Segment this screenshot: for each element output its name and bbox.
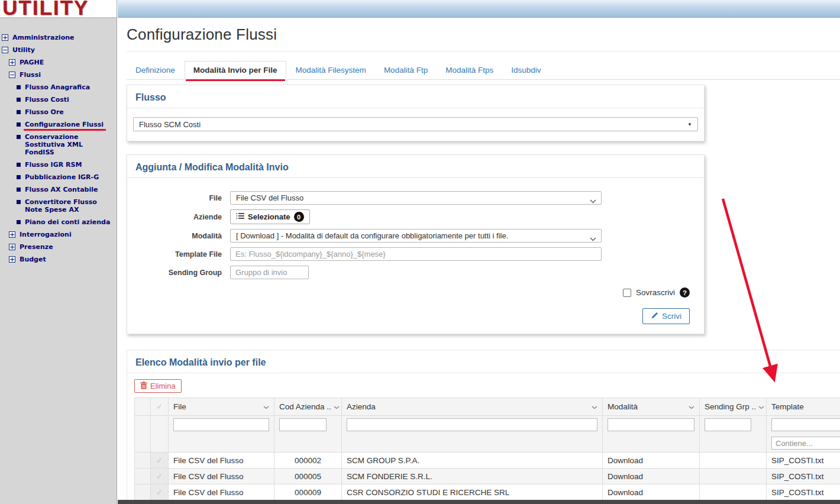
column-filter-input[interactable]: [279, 418, 327, 431]
table-row[interactable]: ✓File CSV del Flusso000005SCM FONDERIE S…: [135, 469, 840, 484]
sidebar-item-flusso-costi[interactable]: Flusso Costi: [0, 96, 117, 104]
sidebar-item-flusso-anagrafica[interactable]: Flusso Anagrafica: [0, 83, 117, 91]
sidebar-item-flusso-ore[interactable]: Flusso Ore: [0, 108, 117, 116]
filter-cell-file: [169, 416, 274, 453]
chevron-down-icon: [590, 196, 596, 205]
sidebar-item-label: Interrogazioni: [20, 231, 75, 238]
column-header-label: Modalità: [608, 402, 638, 411]
help-icon[interactable]: ?: [680, 287, 690, 298]
sidebar-item-pubblicazione-igr-g[interactable]: Pubblicazione IGR-G: [0, 173, 117, 181]
row-check-cell[interactable]: ✓: [151, 484, 169, 500]
cell-file: File CSV del Flusso: [169, 484, 274, 500]
sidebar-item-label: Flusso Anagrafica: [25, 83, 93, 91]
column-header-sending-grp[interactable]: Sending Grp ..: [700, 398, 767, 416]
horizontal-scrollbar[interactable]: [118, 500, 840, 504]
expand-plus-icon[interactable]: +: [9, 244, 15, 250]
file-row: File File CSV del Flusso: [134, 191, 690, 205]
bullet-square-icon: [17, 98, 21, 102]
sidebar-item-label: PAGHE: [20, 59, 47, 66]
sidebar-item-label: Pubblicazione IGR-G: [25, 173, 102, 181]
sidebar-item-conservazione-sostitutiva-xml-fondiss[interactable]: Conservazione Sostitutiva XML FondISS: [0, 133, 117, 156]
sidebar-item-piano-dei-conti-azienda[interactable]: Piano dei conti azienda: [0, 218, 117, 226]
tab-idsubdiv[interactable]: Idsubdiv: [503, 62, 549, 79]
sidebar-item-presenze[interactable]: +Presenze: [0, 243, 117, 251]
column-header-modalit[interactable]: Modalità: [603, 398, 700, 416]
cell-template: SIP_COSTI.txt: [767, 469, 840, 484]
column-header-label: Sending Grp ..: [705, 402, 756, 411]
collapse-minus-icon[interactable]: −: [9, 72, 15, 78]
column-filter-input[interactable]: [771, 418, 840, 431]
tab-modalit-ftp[interactable]: Modalità Ftp: [376, 62, 436, 79]
sidebar-item-amministrazione[interactable]: +Amministrazione: [0, 34, 117, 41]
sidebar-item-label: Convertitore Flusso Note Spese AX: [25, 198, 117, 214]
selezionate-count-badge: 0: [294, 212, 304, 222]
sidebar-item-flussi[interactable]: −Flussi: [0, 71, 117, 79]
flusso-select[interactable]: Flusso SCM Costi ▼: [133, 117, 698, 131]
contiene-filter-input[interactable]: [771, 437, 840, 450]
expand-plus-icon[interactable]: +: [2, 34, 8, 41]
sending-group-row: Sending Group: [134, 266, 690, 279]
expand-plus-icon[interactable]: +: [9, 256, 15, 263]
modalita-invio-form-panel: Aggiunta / Modifica Modalità Invio File …: [127, 154, 705, 334]
sidebar-item-label: Flusso Costi: [25, 96, 73, 104]
filter-cell-azienda: [342, 416, 603, 453]
sidebar-item-paghe[interactable]: +PAGHE: [0, 59, 117, 66]
template-file-input[interactable]: [230, 247, 602, 261]
cell-cod: 000009: [274, 484, 342, 500]
tab-modalit-invio-per-file[interactable]: Modalità Invio per File: [185, 61, 286, 80]
sidebar-item-label: Budget: [20, 256, 50, 263]
column-filter-input[interactable]: [608, 418, 694, 431]
sort-chevron-icon[interactable]: [686, 402, 694, 411]
sort-chevron-icon[interactable]: [756, 402, 764, 411]
cell-modalita: Download: [603, 469, 700, 484]
sort-chevron-icon[interactable]: [261, 402, 269, 411]
sidebar-item-interrogazioni[interactable]: +Interrogazioni: [0, 231, 117, 238]
table-row[interactable]: ✓File CSV del Flusso000009CSR CONSORZIO …: [135, 484, 840, 500]
sending-group-input[interactable]: [230, 266, 309, 279]
elimina-button[interactable]: Elimina: [134, 379, 182, 393]
sidebar-item-configurazione-flussi[interactable]: Configurazione Flussi: [0, 121, 117, 128]
sort-chevron-icon[interactable]: [331, 402, 340, 411]
sovrascrivi-label: Sovrascrivi: [636, 288, 675, 297]
sidebar-item-budget[interactable]: +Budget: [0, 256, 117, 263]
scrivi-button[interactable]: Scrivi: [642, 308, 690, 324]
row-check-cell[interactable]: ✓: [151, 453, 169, 469]
sidebar-item-flusso-igr-rsm[interactable]: Flusso IGR RSM: [0, 161, 117, 169]
sidebar-item-flusso-ax-contabile[interactable]: Flusso AX Contabile: [0, 186, 117, 193]
dropdown-arrow-icon: ▼: [687, 122, 692, 127]
filter-spacer: [151, 416, 169, 453]
bullet-square-icon: [17, 163, 21, 167]
column-filter-input[interactable]: [347, 418, 597, 431]
collapse-minus-icon[interactable]: −: [2, 47, 8, 53]
tab-modalit-filesystem[interactable]: Modalità Filesystem: [287, 62, 374, 79]
column-header-file[interactable]: File: [169, 398, 274, 416]
cell-modalita: Download: [603, 484, 700, 500]
column-header-azienda[interactable]: Azienda: [342, 398, 603, 416]
column-header-template[interactable]: Template: [767, 398, 840, 416]
column-filter-input[interactable]: [173, 418, 269, 431]
column-header-cod-azienda[interactable]: Cod Azienda ..: [274, 398, 342, 416]
modalita-label: Modalità: [134, 232, 222, 240]
expand-plus-icon[interactable]: +: [9, 231, 15, 238]
file-select[interactable]: File CSV del Flusso: [230, 191, 602, 205]
modalita-select[interactable]: [ Download ] - Modalità di default da co…: [230, 229, 602, 243]
row-check-cell[interactable]: ✓: [151, 469, 169, 484]
tab-bar: DefinizioneModalità Invio per FileModali…: [127, 61, 840, 80]
table-row[interactable]: ✓File CSV del Flusso000002SCM GROUP S.P.…: [135, 453, 840, 469]
filter-cell-modalit: [603, 416, 700, 453]
sidebar-item-convertitore-flusso-note-spese-ax[interactable]: Convertitore Flusso Note Spese AX: [0, 198, 117, 214]
sort-chevron-icon[interactable]: [589, 402, 597, 411]
filter-cell-template: [767, 416, 840, 453]
tab-modalit-ftps[interactable]: Modalità Ftps: [437, 62, 502, 79]
sovrascrivi-checkbox[interactable]: [623, 289, 631, 297]
elimina-button-label: Elimina: [150, 382, 176, 390]
tab-definizione[interactable]: Definizione: [127, 62, 183, 79]
expand-plus-icon[interactable]: +: [9, 59, 15, 66]
nav-tree: +Amministrazione−Utility+PAGHE−FlussiFlu…: [0, 18, 117, 263]
scrivi-button-label: Scrivi: [662, 312, 681, 321]
cell-sending-grp: [700, 453, 767, 469]
app-window: UTILITY +Amministrazione−Utility+PAGHE−F…: [0, 0, 840, 504]
selezionate-button[interactable]: Selezionate 0: [230, 209, 310, 224]
sidebar-item-utility[interactable]: −Utility: [0, 46, 117, 54]
column-filter-input[interactable]: [705, 418, 751, 431]
